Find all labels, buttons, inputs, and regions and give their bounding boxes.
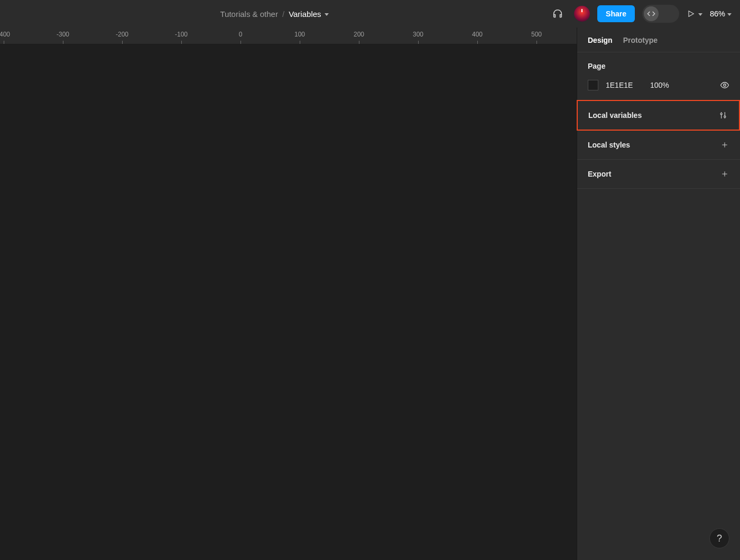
tab-prototype[interactable]: Prototype — [623, 36, 658, 44]
ruler-tick — [122, 41, 123, 44]
canvas[interactable]: -400-300-200-1000100200300400500 — [0, 27, 577, 560]
ruler-tick — [181, 41, 182, 44]
section-page: Page 1E1E1E 100% — [577, 52, 740, 100]
sliders-icon — [719, 111, 727, 120]
section-local-variables: Local variables — [578, 101, 738, 130]
section-local-styles: Local styles — [577, 131, 740, 160]
help-button[interactable]: ? — [709, 528, 729, 548]
local-variables-highlight: Local variables — [577, 100, 740, 131]
ruler-tick-label: -200 — [116, 31, 128, 38]
zoom-value: 86% — [710, 10, 725, 18]
ruler-tick — [300, 41, 300, 44]
chevron-down-icon — [325, 13, 329, 16]
dev-mode-knob — [644, 6, 659, 21]
plus-icon — [721, 170, 728, 178]
breadcrumb: Tutorials & other / Variables — [0, 10, 549, 19]
ruler-tick — [359, 41, 359, 44]
ruler-tick — [63, 41, 63, 44]
ruler-tick-label: 400 — [472, 31, 483, 38]
plus-icon — [721, 141, 728, 149]
add-export-button[interactable] — [720, 169, 729, 179]
ruler-tick-label: -100 — [175, 31, 188, 38]
ruler-tick — [240, 41, 241, 44]
right-panel: Design Prototype Page 1E1E1E 100% — [577, 27, 740, 560]
svg-marker-0 — [689, 11, 693, 17]
topbar-right: Share 86% — [549, 5, 734, 23]
headphones-icon[interactable] — [549, 5, 567, 23]
avatar[interactable] — [574, 6, 590, 22]
visibility-toggle[interactable] — [720, 80, 729, 90]
page-color-opacity[interactable]: 100% — [650, 81, 682, 89]
ruler-tick-label: 300 — [413, 31, 423, 38]
breadcrumb-page[interactable]: Variables — [289, 10, 328, 19]
ruler-tick-label: -300 — [57, 31, 69, 38]
present-button[interactable] — [687, 10, 702, 18]
code-icon — [647, 10, 655, 18]
section-page-title: Page — [588, 62, 605, 70]
ruler-tick — [418, 41, 419, 44]
section-local-variables-title: Local variables — [588, 111, 642, 120]
ruler-tick — [536, 41, 537, 44]
section-export: Export — [577, 160, 740, 189]
page-color-hex[interactable]: 1E1E1E — [606, 81, 643, 89]
ruler-horizontal: -400-300-200-1000100200300400500 — [0, 27, 577, 44]
share-button[interactable]: Share — [597, 5, 635, 22]
ruler-tick-label: 200 — [354, 31, 364, 38]
chevron-down-icon — [727, 13, 732, 16]
page-color-swatch[interactable] — [588, 80, 598, 90]
svg-point-1 — [724, 84, 726, 87]
play-icon — [687, 10, 695, 18]
zoom-control[interactable]: 86% — [710, 10, 734, 18]
breadcrumb-separator: / — [282, 10, 284, 19]
panel-tabs: Design Prototype — [577, 27, 740, 52]
dev-mode-toggle[interactable] — [642, 5, 679, 23]
topbar: Tutorials & other / Variables Share — [0, 0, 740, 27]
ruler-tick-label: 500 — [531, 31, 542, 38]
add-style-button[interactable] — [720, 140, 729, 150]
ruler-tick-label: 0 — [239, 31, 243, 38]
svg-point-3 — [720, 113, 722, 115]
section-local-styles-title: Local styles — [588, 141, 630, 149]
ruler-tick — [477, 41, 478, 44]
breadcrumb-page-label: Variables — [289, 10, 321, 19]
chevron-down-icon — [698, 13, 702, 16]
eye-icon — [720, 80, 729, 90]
ruler-tick-label: -400 — [0, 31, 10, 38]
tab-design[interactable]: Design — [588, 36, 613, 44]
ruler-tick — [4, 41, 4, 44]
svg-point-5 — [724, 116, 726, 117]
ruler-tick-label: 100 — [294, 31, 305, 38]
section-export-title: Export — [588, 170, 611, 178]
breadcrumb-project[interactable]: Tutorials & other — [220, 10, 278, 19]
open-variables-button[interactable] — [718, 111, 728, 120]
